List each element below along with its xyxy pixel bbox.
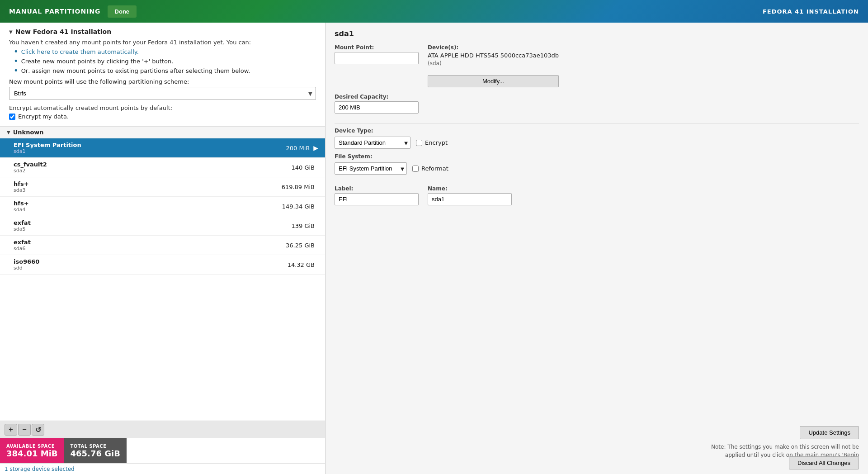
name-group: Name:: [428, 185, 512, 205]
label-input[interactable]: [335, 193, 419, 205]
label-group: Label:: [335, 185, 419, 205]
bullet-item-3: • Or, assign new mount points to existin…: [14, 66, 316, 75]
add-partition-button[interactable]: +: [5, 424, 17, 436]
storage-link-bar: 1 storage device selected: [0, 463, 325, 474]
section-title: New Fedora 41 Installation: [15, 28, 112, 35]
partition-info-sda5: exfat sda5: [14, 219, 291, 232]
total-space-value: 465.76 GiB: [71, 449, 120, 458]
encrypt-heading: Encrypt automatically created mount poin…: [9, 104, 316, 111]
group-label: Unknown: [13, 129, 44, 136]
bullet-text-3: Or, assign new mount points to existing …: [21, 67, 250, 74]
encrypt-device-checkbox[interactable]: [416, 140, 422, 146]
partition-row[interactable]: exfat sda5 139 GiB: [0, 216, 325, 236]
encrypt-checkbox-label[interactable]: Encrypt my data.: [18, 113, 69, 120]
mount-devices-row: Mount Point: Device(s): ATA APPLE HDD HT…: [335, 44, 859, 87]
partition-row[interactable]: hfs+ sda4 149.34 GiB: [0, 197, 325, 216]
header: MANUAL PARTITIONING Done FEDORA 41 INSTA…: [0, 0, 868, 23]
partition-info-sda6: exfat sda6: [14, 239, 286, 251]
filesystem-select[interactable]: EFI System Partition ext4 xfs btrfs swap: [335, 162, 407, 175]
partition-info-sdd: iso9660 sdd: [14, 258, 288, 271]
partition-name-sda2: cs_fvault2: [14, 161, 291, 168]
partition-info-sda4: hfs+ sda4: [14, 200, 282, 213]
partition-name-sda6: exfat: [14, 239, 286, 246]
collapse-icon[interactable]: ▼: [9, 29, 13, 34]
partition-row[interactable]: EFI System Partition sda1 200 MiB ▶: [0, 138, 325, 158]
reformat-label[interactable]: Reformat: [421, 165, 448, 172]
mount-point-group: Mount Point:: [335, 44, 419, 64]
label-field-label: Label:: [335, 185, 419, 192]
refresh-button[interactable]: ↺: [32, 424, 44, 436]
total-space-label: TOTAL SPACE: [71, 444, 120, 449]
desired-capacity-row: Desired Capacity:: [335, 94, 859, 114]
mount-point-input[interactable]: [335, 52, 419, 64]
devices-sub: (sda): [428, 60, 559, 66]
partition-size-sda6: 36.25 GiB: [286, 242, 315, 249]
filesystem-row: EFI System Partition ext4 xfs btrfs swap…: [335, 162, 859, 175]
right-panel-inner: sda1 Mount Point: Device(s): ATA APPLE H…: [335, 29, 859, 467]
device-type-row: Standard Partition BTRFS LVM LVM Thin Pr…: [335, 137, 859, 149]
partition-dev-sda2: sda2: [14, 168, 291, 174]
scheme-label: New mount points will use the following …: [9, 78, 316, 85]
modify-button[interactable]: Modify...: [428, 75, 559, 87]
partition-name-sda5: exfat: [14, 219, 291, 226]
partition-size-sdd: 14.32 GB: [288, 261, 315, 268]
scheme-select[interactable]: Btrfs Standard Partition LVM LVM Thin Pr…: [9, 87, 316, 100]
capacity-label: Desired Capacity:: [335, 94, 419, 100]
partition-dev-sda6: sda6: [14, 246, 286, 251]
partition-row[interactable]: cs_fvault2 sda2 140 GiB: [0, 158, 325, 177]
encrypt-device-row: Encrypt: [416, 139, 448, 146]
partition-row[interactable]: exfat sda6 36.25 GiB: [0, 236, 325, 255]
partition-dev-sda5: sda5: [14, 226, 291, 232]
toolbar-buttons: + − ↺: [0, 421, 325, 438]
partition-size-sda1: 200 MiB: [286, 145, 310, 152]
left-bottom: + − ↺ AVAILABLE SPACE 384.01 MiB TOTAL S…: [0, 421, 325, 474]
devices-group: Device(s): ATA APPLE HDD HTS545 5000cca7…: [428, 44, 559, 87]
devices-value: ATA APPLE HDD HTS545 5000cca73ae103db: [428, 52, 559, 59]
encrypt-device-label[interactable]: Encrypt: [425, 139, 448, 146]
partition-info-sda3: hfs+ sda3: [14, 180, 282, 193]
name-field-label: Name:: [428, 185, 512, 192]
devices-label: Device(s):: [428, 44, 559, 51]
encrypt-row: Encrypt my data.: [9, 113, 316, 120]
name-input[interactable]: [428, 193, 512, 205]
available-space-label: AVAILABLE SPACE: [6, 444, 58, 449]
reformat-checkbox[interactable]: [412, 166, 419, 172]
partition-size-sda3: 619.89 MiB: [282, 184, 315, 190]
remove-partition-button[interactable]: −: [18, 424, 31, 436]
partition-row[interactable]: hfs+ sda3 619.89 MiB: [0, 177, 325, 197]
partition-dev-sda1: sda1: [14, 148, 286, 154]
discard-all-changes-button[interactable]: Discard All Changes: [789, 456, 859, 469]
bullet-text-2: Create new mount points by clicking the …: [21, 58, 174, 65]
capacity-input[interactable]: [335, 101, 419, 114]
bullet-item-2: • Create new mount points by clicking th…: [14, 57, 316, 65]
group-collapse-icon: ▼: [7, 130, 10, 135]
right-panel: sda1 Mount Point: Device(s): ATA APPLE H…: [326, 23, 868, 474]
discard-changes-wrap: Discard All Changes: [789, 456, 859, 469]
right-section-title: sda1: [335, 29, 859, 38]
partition-row[interactable]: iso9660 sdd 14.32 GB: [0, 255, 325, 275]
partition-arrow-sda1: ▶: [313, 144, 318, 152]
left-top: ▼ New Fedora 41 Installation You haven't…: [0, 23, 325, 127]
bottom-actions: Update Settings Note: The settings you m…: [335, 417, 859, 467]
bullet-dot-1: •: [14, 47, 19, 56]
partition-info-sda2: cs_fvault2 sda2: [14, 161, 291, 174]
done-button[interactable]: Done: [108, 5, 137, 18]
device-type-select[interactable]: Standard Partition BTRFS LVM LVM Thin Pr…: [335, 137, 410, 149]
partition-info-sda1: EFI System Partition sda1: [14, 142, 286, 154]
divider-1: [335, 123, 859, 124]
group-header-unknown[interactable]: ▼ Unknown: [0, 127, 325, 138]
total-space-box: TOTAL SPACE 465.76 GiB: [64, 438, 127, 463]
auto-create-link[interactable]: Click here to create them automatically.: [21, 48, 139, 55]
filesystem-dropdown-wrap: EFI System Partition ext4 xfs btrfs swap…: [335, 162, 407, 175]
app-title: MANUAL PARTITIONING: [9, 8, 101, 15]
partition-name-sda1: EFI System Partition: [14, 142, 286, 148]
partition-size-sda5: 139 GiB: [291, 223, 315, 229]
partition-name-sda3: hfs+: [14, 180, 282, 187]
encrypt-checkbox[interactable]: [9, 114, 15, 120]
partition-dev-sdd: sdd: [14, 265, 288, 271]
intro-text: You haven't created any mount points for…: [9, 39, 316, 46]
update-settings-button[interactable]: Update Settings: [800, 426, 859, 439]
space-info: AVAILABLE SPACE 384.01 MiB TOTAL SPACE 4…: [0, 438, 325, 463]
storage-device-link[interactable]: 1 storage device selected: [5, 466, 75, 472]
mount-point-label: Mount Point:: [335, 44, 419, 51]
